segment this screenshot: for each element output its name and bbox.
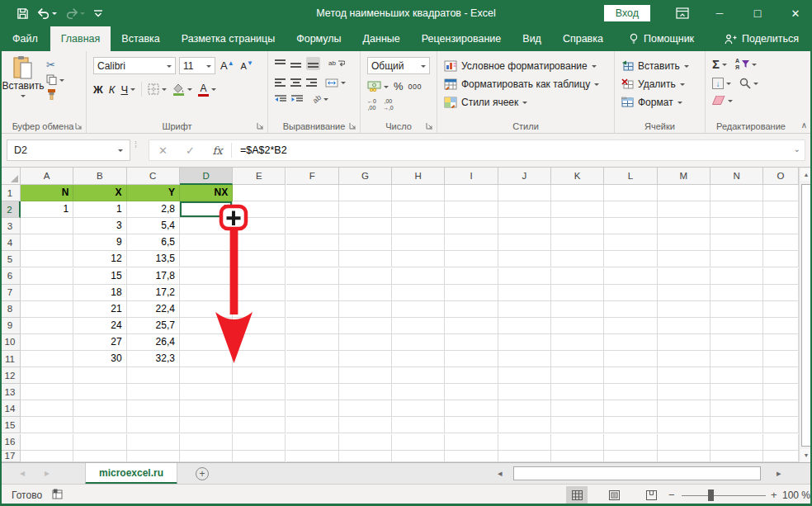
cell-J10[interactable] bbox=[498, 334, 551, 351]
cell-A4[interactable] bbox=[21, 234, 73, 251]
cell-E13[interactable] bbox=[233, 384, 286, 400]
cell-L3[interactable] bbox=[604, 218, 657, 234]
cell-K9[interactable] bbox=[551, 318, 604, 334]
previous-sheet-button[interactable]: ◂ bbox=[20, 467, 25, 479]
merge-center-dropdown-caret[interactable] bbox=[341, 82, 346, 87]
conditional-formatting-button[interactable]: Условное форматирование bbox=[444, 58, 614, 73]
column-header-G[interactable]: G bbox=[339, 168, 392, 185]
ribbon-display-options-button[interactable] bbox=[667, 0, 698, 26]
cell-L6[interactable] bbox=[604, 268, 657, 285]
cell-E5[interactable] bbox=[233, 251, 286, 267]
tab-insert[interactable]: Вставка bbox=[111, 26, 170, 51]
cell-I17[interactable] bbox=[445, 451, 498, 462]
cell-L5[interactable] bbox=[604, 251, 657, 267]
cell-G15[interactable] bbox=[339, 417, 392, 433]
delete-cells-button[interactable]: Удалить bbox=[621, 76, 705, 92]
tab-formulas[interactable]: Формулы bbox=[286, 26, 352, 51]
cell-H14[interactable] bbox=[392, 400, 445, 417]
cell-H5[interactable] bbox=[392, 251, 445, 267]
font-color-dropdown-caret[interactable] bbox=[211, 88, 216, 93]
cell-A14[interactable] bbox=[21, 400, 73, 417]
conditional-formatting-caret[interactable] bbox=[592, 65, 597, 70]
insert-cells-caret[interactable] bbox=[684, 65, 689, 70]
cell-K11[interactable] bbox=[551, 351, 604, 367]
cell-A17[interactable] bbox=[21, 451, 73, 462]
cell-H3[interactable] bbox=[392, 218, 445, 234]
cell-M11[interactable] bbox=[658, 351, 710, 367]
cell-F11[interactable] bbox=[286, 351, 339, 367]
cell-E10[interactable] bbox=[233, 334, 286, 351]
cell-A8[interactable] bbox=[21, 301, 73, 318]
cell-L9[interactable] bbox=[604, 318, 657, 334]
cell-G1[interactable] bbox=[339, 185, 392, 201]
cell-C12[interactable] bbox=[127, 367, 180, 384]
select-all-corner[interactable] bbox=[0, 168, 21, 185]
cell-A13[interactable] bbox=[21, 384, 73, 400]
cell-G4[interactable] bbox=[339, 234, 392, 251]
tab-review[interactable]: Рецензирование bbox=[411, 26, 512, 51]
tab-view[interactable]: Вид bbox=[512, 26, 552, 51]
cell-J3[interactable] bbox=[498, 218, 551, 234]
cell-O14[interactable] bbox=[763, 400, 799, 417]
cut-button[interactable]: ✂ bbox=[46, 60, 64, 70]
format-as-table-button[interactable]: Форматировать как таблицу bbox=[444, 76, 614, 92]
cell-D16[interactable] bbox=[180, 434, 233, 451]
cell-J5[interactable] bbox=[498, 251, 551, 267]
cell-M14[interactable] bbox=[658, 400, 710, 417]
undo-dropdown-caret[interactable] bbox=[52, 12, 57, 17]
cell-O5[interactable] bbox=[763, 251, 799, 267]
cell-B6[interactable]: 15 bbox=[73, 268, 126, 285]
cell-C13[interactable] bbox=[127, 384, 180, 400]
column-header-N[interactable]: N bbox=[710, 168, 763, 185]
cell-C9[interactable]: 25,7 bbox=[127, 318, 180, 334]
shrink-font-button[interactable]: А▼ bbox=[239, 59, 255, 73]
sort-filter-button[interactable]: А Я bbox=[735, 58, 757, 70]
share-button[interactable]: Поделиться bbox=[720, 26, 804, 51]
cell-F1[interactable] bbox=[286, 185, 339, 201]
cell-M5[interactable] bbox=[658, 251, 710, 267]
cell-G8[interactable] bbox=[339, 301, 392, 318]
collapse-ribbon-button[interactable]: ∧ bbox=[801, 121, 807, 130]
close-button[interactable]: ✕ bbox=[779, 0, 812, 26]
row-header-14[interactable]: 14 bbox=[0, 400, 21, 417]
expand-formula-bar-button[interactable]: ⌄ bbox=[794, 144, 800, 154]
cell-K8[interactable] bbox=[551, 301, 604, 318]
cell-O10[interactable] bbox=[763, 334, 799, 351]
cell-O7[interactable] bbox=[763, 285, 799, 301]
merge-center-button[interactable] bbox=[325, 78, 346, 87]
cell-J9[interactable] bbox=[498, 318, 551, 334]
cell-G3[interactable] bbox=[339, 218, 392, 234]
cell-B4[interactable]: 9 bbox=[73, 234, 126, 251]
cell-I2[interactable] bbox=[445, 201, 498, 218]
cell-B14[interactable] bbox=[73, 400, 126, 417]
column-header-I[interactable]: I bbox=[445, 168, 498, 185]
format-painter-button[interactable] bbox=[46, 89, 64, 100]
cell-F15[interactable] bbox=[286, 417, 339, 433]
save-button[interactable] bbox=[17, 7, 29, 20]
cell-G14[interactable] bbox=[339, 400, 392, 417]
cell-I15[interactable] bbox=[445, 417, 498, 433]
cell-M4[interactable] bbox=[658, 234, 710, 251]
cell-H11[interactable] bbox=[392, 351, 445, 367]
cell-L2[interactable] bbox=[604, 201, 657, 218]
cell-K4[interactable] bbox=[551, 234, 604, 251]
cell-J4[interactable] bbox=[498, 234, 551, 251]
column-header-E[interactable]: E bbox=[233, 168, 286, 185]
cell-F10[interactable] bbox=[286, 334, 339, 351]
redo-dropdown-caret[interactable] bbox=[80, 12, 85, 17]
cell-L1[interactable] bbox=[604, 185, 657, 201]
decrease-decimal-button[interactable]: ,00 →,0 bbox=[383, 98, 394, 111]
cell-E4[interactable] bbox=[233, 234, 286, 251]
cell-O9[interactable] bbox=[763, 318, 799, 334]
cell-O3[interactable] bbox=[763, 218, 799, 234]
font-dialog-launcher[interactable] bbox=[257, 122, 265, 130]
cell-G12[interactable] bbox=[339, 367, 392, 384]
wrap-text-button[interactable]: ab bbox=[328, 59, 345, 68]
row-header-10[interactable]: 10 bbox=[0, 334, 21, 351]
row-header-15[interactable]: 15 bbox=[0, 417, 21, 433]
cell-K2[interactable] bbox=[551, 201, 604, 218]
percent-style-button[interactable]: % bbox=[394, 80, 404, 92]
column-header-B[interactable]: B bbox=[73, 168, 126, 185]
cell-A16[interactable] bbox=[21, 434, 73, 451]
cell-I5[interactable] bbox=[445, 251, 498, 267]
